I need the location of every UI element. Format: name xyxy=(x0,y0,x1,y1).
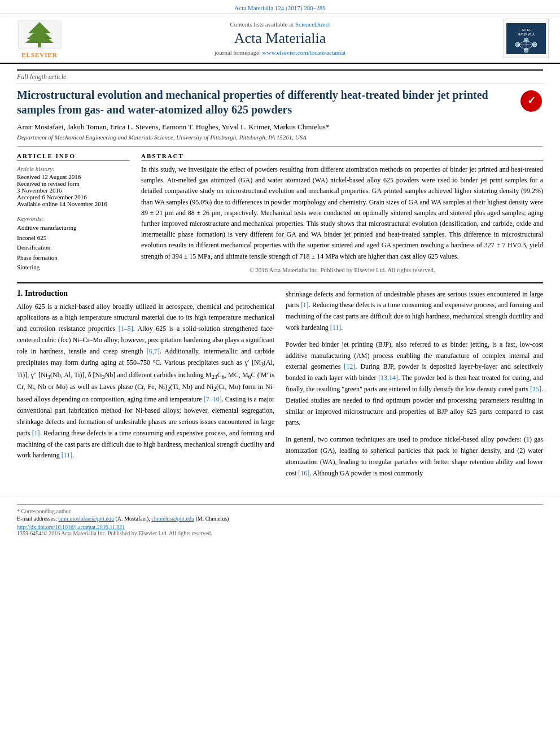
keyword-1: Additive manufacturing xyxy=(17,223,130,233)
article-info-col: ARTICLE INFO Article history: Received 1… xyxy=(17,152,130,273)
authors: Amir Mostafaei, Jakub Toman, Erica L. St… xyxy=(17,123,543,132)
ref-16: [16] xyxy=(298,469,309,477)
sciencedirect-line: Contents lists available at ScienceDirec… xyxy=(68,21,492,28)
svg-text:✓: ✓ xyxy=(527,95,536,106)
ref-1-5: [1–5] xyxy=(119,325,133,333)
copyright-line: © 2016 Acta Materialia Inc. Published by… xyxy=(141,267,543,273)
keywords-section: Keywords: Additive manufacturing Inconel… xyxy=(17,215,130,273)
main-content: Full length article Microstructural evol… xyxy=(0,64,560,484)
keywords-label: Keywords: xyxy=(17,215,130,222)
keyword-2: Inconel 625 xyxy=(17,233,130,243)
article-type: Full length article xyxy=(17,69,543,84)
intro-text-right-1: shrinkage defects and formation of undes… xyxy=(286,289,543,334)
history-label: Article history: xyxy=(17,165,130,172)
crossmark-icon: ✓ xyxy=(520,90,542,112)
ref-12: [12] xyxy=(344,362,355,370)
elsevier-tree-icon xyxy=(17,19,62,50)
footer-divider xyxy=(17,504,543,505)
footer: * Corresponding author. E-mail addresses… xyxy=(0,496,560,541)
journal-banner: ELSEVIER Contents lists available at Sci… xyxy=(0,14,560,64)
homepage-link[interactable]: www.elsevier.com/locate/actamat xyxy=(262,49,346,56)
intro-two-col: 1. Introduction Alloy 625 is a nickel-ba… xyxy=(17,289,543,479)
acta-materialia-logo: ACTA MATERIALIA xyxy=(506,23,546,54)
sciencedirect-link[interactable]: ScienceDirect xyxy=(295,21,330,28)
divider-1 xyxy=(17,146,543,147)
body-col-left: 1. Introduction Alloy 625 is a nickel-ba… xyxy=(17,289,274,479)
homepage-text: journal homepage: xyxy=(215,49,261,56)
right-logo-box: ACTA MATERIALIA xyxy=(504,19,549,58)
keyword-3: Densification xyxy=(17,243,130,253)
elsevier-label: ELSEVIER xyxy=(21,51,58,58)
ref-6-7: [6,7] xyxy=(147,347,160,355)
intro-text-left: Alloy 625 is a nickel-based alloy broadl… xyxy=(17,302,274,461)
keyword-5: Sintering xyxy=(17,263,130,273)
intro-text-right-3: In general, two common techniques are us… xyxy=(286,434,543,479)
journal-ref: Acta Materialia 124 (2017) 280–289 xyxy=(234,5,325,11)
article-info-abstract: ARTICLE INFO Article history: Received 1… xyxy=(17,152,543,273)
footer-issn: 1359-6454/© 2016 Acta Materialia Inc. Pu… xyxy=(17,530,543,536)
article-info-heading: ARTICLE INFO xyxy=(17,152,130,161)
and-text: and xyxy=(505,447,514,455)
journal-header: Acta Materialia 124 (2017) 280–289 xyxy=(0,0,560,14)
article-title: Microstructural evolution and mechanical… xyxy=(17,88,515,117)
ref-15: [15] xyxy=(530,385,541,393)
journal-center-info: Contents lists available at ScienceDirec… xyxy=(68,21,492,56)
abstract-text: In this study, we investigate the effect… xyxy=(141,164,543,262)
email-link-2[interactable]: chmielus@pitt.edu xyxy=(151,516,194,522)
affiliation: Department of Mechanical Engineering and… xyxy=(17,134,543,141)
ref-11: [11] xyxy=(62,451,73,459)
ref-7-10: [7–10] xyxy=(204,395,222,403)
article-title-section: Microstructural evolution and mechanical… xyxy=(17,88,543,117)
sciencedirect-text: Contents lists available at xyxy=(230,21,294,28)
journal-title: Acta Materialia xyxy=(68,30,492,47)
email1-name: A. Mostafaei xyxy=(117,516,147,522)
footer-email: E-mail addresses: amir.mostafaei@pitt.ed… xyxy=(17,516,543,522)
email-link-1[interactable]: amir.mostafaei@pitt.edu xyxy=(58,516,114,522)
abstract-col: ABSTRACT In this study, we investigate t… xyxy=(141,152,543,273)
intro-title: 1. Introduction xyxy=(17,289,274,298)
corresponding-note: * Corresponding author. xyxy=(17,508,543,514)
page: Acta Materialia 124 (2017) 280–289 ELSEV… xyxy=(0,0,560,747)
svg-text:ACTA: ACTA xyxy=(522,28,531,32)
body-col-right: shrinkage defects and formation of undes… xyxy=(286,289,543,479)
abstract-heading: ABSTRACT xyxy=(141,152,543,161)
keyword-4: Phase formation xyxy=(17,253,130,263)
ref-1b: [1] xyxy=(301,301,309,309)
doi-link[interactable]: http://dx.doi.org/10.1016/j.actamat.2016… xyxy=(17,524,543,530)
received-date: Received 12 August 2016 xyxy=(17,173,130,180)
email2-name: M. Chmielus xyxy=(198,516,227,522)
ref-11b: [11] xyxy=(330,324,342,331)
available-date: Available online 14 November 2016 xyxy=(17,200,130,207)
crossmark-logo: ✓ xyxy=(520,90,543,113)
accepted-date: Accepted 6 November 2016 xyxy=(17,194,130,200)
right-logo: ACTA MATERIALIA xyxy=(492,19,549,58)
ref-13-14: [13,14] xyxy=(378,374,398,382)
revised-date: 3 November 2016 xyxy=(17,187,130,194)
ref-1: [1] xyxy=(32,429,40,437)
body-section: 1. Introduction Alloy 625 is a nickel-ba… xyxy=(17,282,543,479)
homepage-line: journal homepage: www.elsevier.com/locat… xyxy=(68,49,492,56)
email-label: E-mail addresses: xyxy=(17,516,57,522)
intro-text-right-2: Powder bed binder jet printing (BJP), al… xyxy=(286,339,543,429)
received-revised-label: Received in revised form xyxy=(17,180,130,187)
svg-text:MATERIALIA: MATERIALIA xyxy=(518,33,535,36)
elsevier-logo-container: ELSEVIER xyxy=(11,19,68,58)
